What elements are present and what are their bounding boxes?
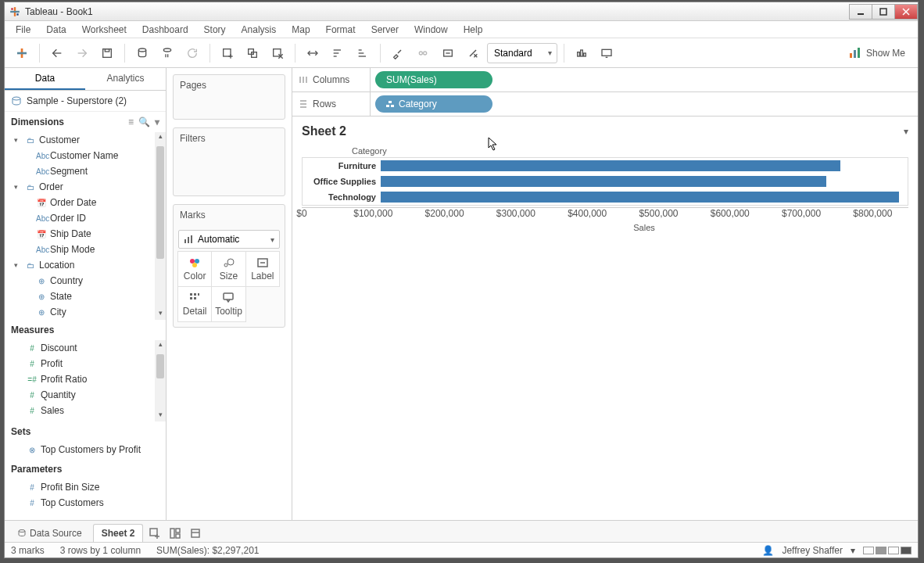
dim-order-id[interactable]: AbcOrder ID (5, 210, 166, 226)
view-toggle-4[interactable] (901, 547, 911, 554)
marks-size[interactable]: Size (211, 251, 245, 287)
pause-updates-button[interactable] (156, 42, 178, 64)
menu-analysis[interactable]: Analysis (235, 23, 283, 37)
undo-button[interactable] (46, 42, 68, 64)
bar-mark[interactable] (381, 176, 826, 187)
dim-folder-order[interactable]: ▾🗀Order (5, 179, 166, 195)
tab-analytics[interactable]: Analytics (85, 68, 166, 90)
tableau-logo-icon[interactable] (11, 42, 33, 64)
dim-ship-date[interactable]: 📅Ship Date (5, 226, 166, 242)
dim-country[interactable]: ⊕Country (5, 273, 166, 289)
bar-row[interactable]: Technology (303, 189, 908, 205)
menu-window[interactable]: Window (408, 23, 454, 37)
dimensions-menu-icon[interactable]: ▾ (155, 117, 159, 127)
rows-shelf[interactable]: Category (371, 92, 918, 116)
datasource-row[interactable]: Sample - Superstore (2) (5, 91, 166, 112)
measures-scrollbar[interactable]: ▴▾ (155, 340, 166, 421)
dim-order-date[interactable]: 📅Order Date (5, 195, 166, 210)
show-me-button[interactable]: Show Me (843, 44, 911, 63)
refresh-button[interactable] (181, 42, 203, 64)
user-menu-caret[interactable]: ▾ (851, 545, 855, 556)
close-button[interactable] (894, 4, 918, 20)
fix-axes-button[interactable] (462, 42, 484, 64)
dim-state[interactable]: ⊕State (5, 289, 166, 304)
filters-shelf[interactable]: Filters (173, 127, 285, 196)
menu-dashboard[interactable]: Dashboard (136, 23, 195, 37)
clear-sheet-button[interactable] (267, 42, 288, 64)
dim-folder-location[interactable]: ▾🗀Location (5, 257, 166, 273)
viz-area[interactable]: Category FurnitureOffice SuppliesTechnol… (292, 142, 918, 237)
svg-rect-46 (858, 48, 860, 58)
pages-shelf[interactable]: Pages (173, 74, 285, 120)
tab-sheet-2[interactable]: Sheet 2 (93, 524, 144, 542)
new-dashboard-button[interactable] (167, 525, 184, 542)
search-fields-icon[interactable]: 🔍 (138, 117, 150, 127)
sort-asc-button[interactable] (327, 42, 349, 64)
dim-ship-mode[interactable]: AbcShip Mode (5, 242, 166, 257)
meas-quantity[interactable]: #Quantity (5, 387, 166, 403)
sort-desc-button[interactable] (352, 42, 374, 64)
marks-color[interactable]: Color (177, 251, 212, 287)
bar-row[interactable]: Office Supplies (303, 174, 908, 189)
duplicate-sheet-button[interactable] (242, 42, 263, 64)
meas-profit[interactable]: #Profit (5, 356, 166, 371)
meas-discount[interactable]: #Discount (5, 340, 166, 356)
meas-sales[interactable]: #Sales (5, 403, 166, 418)
tab-datasource[interactable]: Data Source (9, 525, 90, 542)
marks-label[interactable]: Label (245, 251, 280, 287)
status-user[interactable]: Jeffrey Shaffer (782, 545, 843, 556)
new-datasource-button[interactable] (131, 42, 153, 64)
tab-data[interactable]: Data (5, 68, 85, 90)
marks-tooltip[interactable]: Tooltip (211, 286, 245, 322)
new-sheet-button[interactable] (217, 42, 238, 64)
view-toggle-1[interactable] (863, 547, 874, 554)
bar-mark[interactable] (381, 160, 840, 171)
sheet-title[interactable]: Sheet 2 (302, 124, 346, 138)
rows-pill-category[interactable]: Category (375, 95, 492, 113)
columns-shelf[interactable]: SUM(Sales) (371, 68, 918, 91)
menu-data[interactable]: Data (40, 23, 72, 37)
svg-rect-40 (581, 50, 583, 56)
swap-button[interactable] (302, 42, 324, 64)
redo-button[interactable] (71, 42, 93, 64)
view-toggle-3[interactable] (888, 547, 899, 554)
marks-detail[interactable]: Detail (177, 286, 212, 322)
bar-row[interactable]: Furniture (303, 158, 908, 174)
view-as-list-icon[interactable]: ≡ (128, 117, 134, 127)
dim-city[interactable]: ⊕City (5, 304, 166, 320)
minimize-button[interactable] (849, 4, 872, 20)
meas-profit-ratio[interactable]: =#Profit Ratio (5, 371, 166, 387)
columns-pill-sum-sales[interactable]: SUM(Sales) (375, 71, 492, 88)
menu-map[interactable]: Map (285, 23, 316, 37)
sheet-title-menu[interactable]: ▾ (904, 126, 908, 137)
axis-tick: $400,000 (568, 208, 607, 219)
bar-mark[interactable] (381, 192, 899, 203)
param-top-customers[interactable]: #Top Customers (5, 495, 166, 511)
new-worksheet-button[interactable] (146, 525, 163, 542)
dim-folder-customer[interactable]: ▾🗀Customer (5, 132, 166, 148)
menu-story[interactable]: Story (198, 23, 232, 37)
set-top-customers[interactable]: ⊗Top Customers by Profit (5, 442, 166, 457)
new-story-button[interactable] (187, 525, 204, 542)
svg-rect-50 (191, 235, 192, 243)
dim-customer-name[interactable]: AbcCustomer Name (5, 148, 166, 163)
view-toggle-2[interactable] (876, 547, 886, 554)
menu-file[interactable]: File (9, 23, 37, 37)
menu-worksheet[interactable]: Worksheet (76, 23, 133, 37)
labels-button[interactable] (437, 42, 459, 64)
svg-rect-79 (176, 534, 180, 538)
dim-segment[interactable]: AbcSegment (5, 163, 166, 179)
param-profit-bin[interactable]: #Profit Bin Size (5, 479, 166, 495)
show-cards-button[interactable] (571, 42, 593, 64)
dimensions-scrollbar[interactable]: ▴▾ (155, 132, 166, 320)
presentation-button[interactable] (596, 42, 618, 64)
mark-type-select[interactable]: Automatic (178, 230, 280, 249)
fit-select[interactable]: Standard (487, 43, 557, 63)
menu-help[interactable]: Help (457, 23, 489, 37)
menu-server[interactable]: Server (365, 23, 405, 37)
save-button[interactable] (96, 42, 118, 64)
maximize-button[interactable] (872, 4, 895, 20)
group-button[interactable] (412, 42, 434, 64)
highlight-button[interactable] (387, 42, 409, 64)
menu-format[interactable]: Format (320, 23, 362, 37)
